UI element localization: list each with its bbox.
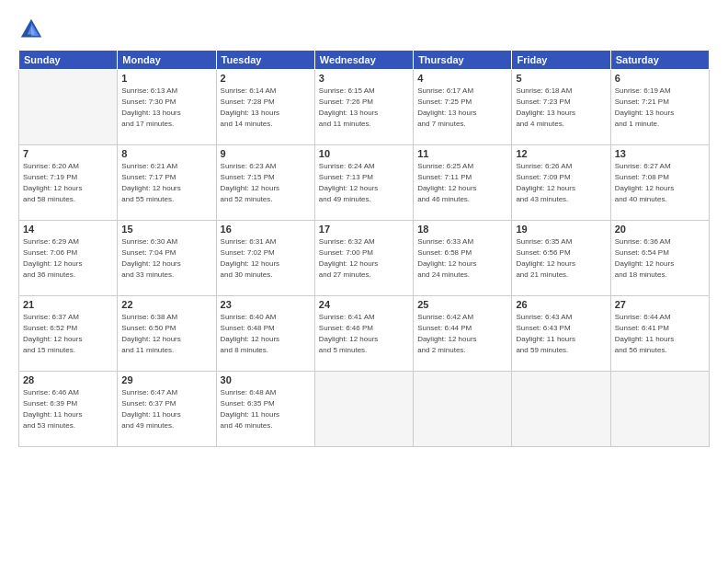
day-info: Sunrise: 6:33 AMSunset: 6:58 PMDaylight:… — [417, 236, 507, 281]
calendar-cell: 19Sunrise: 6:35 AMSunset: 6:56 PMDayligh… — [512, 221, 610, 296]
day-info: Sunrise: 6:15 AMSunset: 7:26 PMDaylight:… — [319, 86, 409, 130]
calendar-cell: 25Sunrise: 6:42 AMSunset: 6:44 PMDayligh… — [414, 296, 512, 372]
day-info: Sunrise: 6:19 AMSunset: 7:21 PMDaylight:… — [615, 86, 705, 130]
day-number: 4 — [417, 73, 507, 84]
calendar-cell: 7Sunrise: 6:20 AMSunset: 7:19 PMDaylight… — [19, 145, 118, 221]
day-info: Sunrise: 6:44 AMSunset: 6:41 PMDaylight:… — [615, 312, 705, 356]
day-info: Sunrise: 6:31 AMSunset: 7:02 PMDaylight:… — [221, 236, 311, 281]
day-number: 23 — [221, 299, 311, 310]
calendar-cell: 27Sunrise: 6:44 AMSunset: 6:41 PMDayligh… — [610, 296, 709, 372]
day-number: 16 — [221, 224, 311, 235]
day-info: Sunrise: 6:40 AMSunset: 6:48 PMDaylight:… — [221, 312, 311, 356]
calendar-cell — [610, 372, 709, 447]
day-number: 13 — [615, 148, 705, 159]
calendar-cell: 3Sunrise: 6:15 AMSunset: 7:26 PMDaylight… — [314, 70, 413, 145]
day-number: 28 — [23, 374, 113, 385]
calendar-cell: 14Sunrise: 6:29 AMSunset: 7:06 PMDayligh… — [19, 221, 118, 296]
day-number: 6 — [615, 73, 705, 84]
calendar: SundayMondayTuesdayWednesdayThursdayFrid… — [18, 50, 710, 447]
logo-icon — [18, 17, 44, 42]
day-info: Sunrise: 6:17 AMSunset: 7:25 PMDaylight:… — [417, 86, 507, 130]
calendar-cell: 4Sunrise: 6:17 AMSunset: 7:25 PMDaylight… — [414, 70, 512, 145]
calendar-cell: 12Sunrise: 6:26 AMSunset: 7:09 PMDayligh… — [512, 145, 610, 221]
weekday-header: Saturday — [610, 51, 709, 70]
weekday-header: Monday — [118, 51, 216, 70]
day-number: 1 — [121, 73, 211, 84]
calendar-cell: 17Sunrise: 6:32 AMSunset: 7:00 PMDayligh… — [314, 221, 413, 296]
weekday-header: Wednesday — [314, 51, 413, 70]
day-info: Sunrise: 6:30 AMSunset: 7:04 PMDaylight:… — [121, 236, 211, 281]
day-number: 30 — [221, 374, 311, 385]
calendar-cell: 28Sunrise: 6:46 AMSunset: 6:39 PMDayligh… — [19, 372, 118, 447]
day-info: Sunrise: 6:35 AMSunset: 6:56 PMDaylight:… — [516, 236, 606, 281]
calendar-cell: 9Sunrise: 6:23 AMSunset: 7:15 PMDaylight… — [216, 145, 314, 221]
day-number: 15 — [121, 224, 211, 235]
calendar-cell: 10Sunrise: 6:24 AMSunset: 7:13 PMDayligh… — [314, 145, 413, 221]
calendar-cell: 13Sunrise: 6:27 AMSunset: 7:08 PMDayligh… — [610, 145, 709, 221]
calendar-cell: 2Sunrise: 6:14 AMSunset: 7:28 PMDaylight… — [216, 70, 314, 145]
calendar-cell — [414, 372, 512, 447]
calendar-cell — [19, 70, 118, 145]
day-number: 29 — [121, 374, 211, 385]
day-info: Sunrise: 6:24 AMSunset: 7:13 PMDaylight:… — [319, 161, 409, 205]
calendar-cell: 15Sunrise: 6:30 AMSunset: 7:04 PMDayligh… — [118, 221, 216, 296]
calendar-cell: 8Sunrise: 6:21 AMSunset: 7:17 PMDaylight… — [118, 145, 216, 221]
day-info: Sunrise: 6:23 AMSunset: 7:15 PMDaylight:… — [221, 161, 311, 205]
day-info: Sunrise: 6:37 AMSunset: 6:52 PMDaylight:… — [23, 312, 113, 356]
day-number: 9 — [221, 148, 311, 159]
calendar-cell: 21Sunrise: 6:37 AMSunset: 6:52 PMDayligh… — [19, 296, 118, 372]
day-number: 11 — [417, 148, 507, 159]
day-info: Sunrise: 6:48 AMSunset: 6:35 PMDaylight:… — [221, 387, 311, 431]
day-info: Sunrise: 6:46 AMSunset: 6:39 PMDaylight:… — [23, 387, 113, 431]
day-info: Sunrise: 6:13 AMSunset: 7:30 PMDaylight:… — [121, 86, 211, 130]
day-info: Sunrise: 6:29 AMSunset: 7:06 PMDaylight:… — [23, 236, 113, 281]
weekday-header: Tuesday — [216, 51, 314, 70]
day-info: Sunrise: 6:27 AMSunset: 7:08 PMDaylight:… — [615, 161, 705, 205]
calendar-cell: 29Sunrise: 6:47 AMSunset: 6:37 PMDayligh… — [118, 372, 216, 447]
weekday-header: Friday — [512, 51, 610, 70]
day-number: 7 — [23, 148, 113, 159]
day-number: 24 — [319, 299, 409, 310]
day-number: 2 — [221, 73, 311, 84]
logo — [18, 17, 48, 42]
day-number: 18 — [417, 224, 507, 235]
calendar-cell: 5Sunrise: 6:18 AMSunset: 7:23 PMDaylight… — [512, 70, 610, 145]
day-info: Sunrise: 6:18 AMSunset: 7:23 PMDaylight:… — [516, 86, 606, 130]
calendar-cell — [314, 372, 413, 447]
day-info: Sunrise: 6:21 AMSunset: 7:17 PMDaylight:… — [121, 161, 211, 205]
day-number: 27 — [615, 299, 705, 310]
day-info: Sunrise: 6:38 AMSunset: 6:50 PMDaylight:… — [121, 312, 211, 356]
day-info: Sunrise: 6:42 AMSunset: 6:44 PMDaylight:… — [417, 312, 507, 356]
calendar-cell: 16Sunrise: 6:31 AMSunset: 7:02 PMDayligh… — [216, 221, 314, 296]
day-number: 14 — [23, 224, 113, 235]
day-number: 12 — [516, 148, 606, 159]
day-info: Sunrise: 6:14 AMSunset: 7:28 PMDaylight:… — [221, 86, 311, 130]
day-info: Sunrise: 6:47 AMSunset: 6:37 PMDaylight:… — [121, 387, 211, 431]
day-number: 8 — [121, 148, 211, 159]
day-info: Sunrise: 6:25 AMSunset: 7:11 PMDaylight:… — [417, 161, 507, 205]
calendar-cell: 11Sunrise: 6:25 AMSunset: 7:11 PMDayligh… — [414, 145, 512, 221]
day-number: 3 — [319, 73, 409, 84]
calendar-cell: 23Sunrise: 6:40 AMSunset: 6:48 PMDayligh… — [216, 296, 314, 372]
calendar-cell — [512, 372, 610, 447]
day-info: Sunrise: 6:20 AMSunset: 7:19 PMDaylight:… — [23, 161, 113, 205]
day-info: Sunrise: 6:41 AMSunset: 6:46 PMDaylight:… — [319, 312, 409, 356]
day-info: Sunrise: 6:43 AMSunset: 6:43 PMDaylight:… — [516, 312, 606, 356]
day-info: Sunrise: 6:36 AMSunset: 6:54 PMDaylight:… — [615, 236, 705, 281]
calendar-cell: 20Sunrise: 6:36 AMSunset: 6:54 PMDayligh… — [610, 221, 709, 296]
day-number: 21 — [23, 299, 113, 310]
day-number: 5 — [516, 73, 606, 84]
calendar-cell: 30Sunrise: 6:48 AMSunset: 6:35 PMDayligh… — [216, 372, 314, 447]
day-number: 19 — [516, 224, 606, 235]
weekday-header: Thursday — [414, 51, 512, 70]
calendar-cell: 24Sunrise: 6:41 AMSunset: 6:46 PMDayligh… — [314, 296, 413, 372]
calendar-cell: 18Sunrise: 6:33 AMSunset: 6:58 PMDayligh… — [414, 221, 512, 296]
weekday-header: Sunday — [19, 51, 118, 70]
day-number: 22 — [121, 299, 211, 310]
calendar-cell: 1Sunrise: 6:13 AMSunset: 7:30 PMDaylight… — [118, 70, 216, 145]
calendar-cell: 6Sunrise: 6:19 AMSunset: 7:21 PMDaylight… — [610, 70, 709, 145]
day-number: 26 — [516, 299, 606, 310]
calendar-cell: 26Sunrise: 6:43 AMSunset: 6:43 PMDayligh… — [512, 296, 610, 372]
day-number: 17 — [319, 224, 409, 235]
day-number: 10 — [319, 148, 409, 159]
